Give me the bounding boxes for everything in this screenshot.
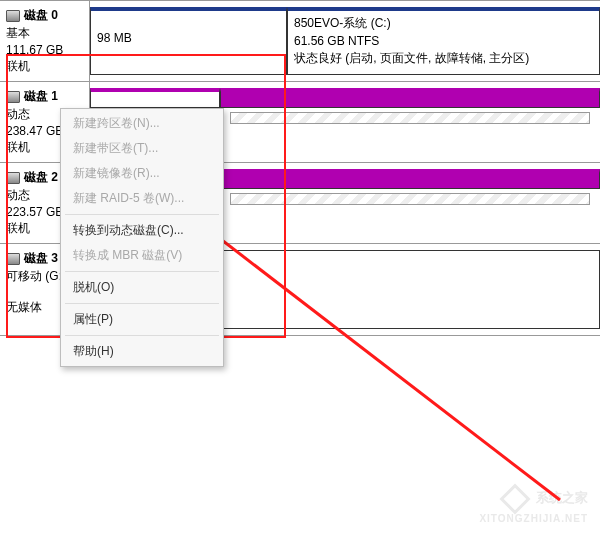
disk-icon xyxy=(6,91,20,103)
partition[interactable] xyxy=(90,88,220,108)
partition-label xyxy=(97,15,280,29)
disk-name: 磁盘 3 xyxy=(24,250,58,267)
disk-state: 联机 xyxy=(6,58,83,75)
disk-name: 磁盘 1 xyxy=(24,88,58,105)
menu-separator xyxy=(65,271,219,272)
disk-size: 111.67 GB xyxy=(6,43,83,57)
watermark-brand: 系统之家 xyxy=(536,490,588,505)
menu-separator xyxy=(65,303,219,304)
menu-properties[interactable]: 属性(P) xyxy=(63,307,221,332)
menu-separator xyxy=(65,214,219,215)
menu-help[interactable]: 帮助(H) xyxy=(63,339,221,364)
partition[interactable]: 98 MB xyxy=(90,7,287,75)
partition-status: 状态良好 (启动, 页面文件, 故障转储, 主分区) xyxy=(294,50,593,67)
partition-status xyxy=(97,47,280,61)
menu-new-stripe[interactable]: 新建带区卷(T)... xyxy=(63,136,221,161)
partition[interactable] xyxy=(220,88,600,108)
watermark: 系统之家 XITONGZHIJIA.NET xyxy=(479,488,588,525)
disk-icon xyxy=(6,172,20,184)
disk-name: 磁盘 2 xyxy=(24,169,58,186)
menu-convert-dynamic[interactable]: 转换到动态磁盘(C)... xyxy=(63,218,221,243)
partitions: 98 MB 850EVO-系统 (C:) 61.56 GB NTFS 状态良好 … xyxy=(90,1,600,81)
menu-new-raid5[interactable]: 新建 RAID-5 卷(W)... xyxy=(63,186,221,211)
context-menu: 新建跨区卷(N)... 新建带区卷(T)... 新建镜像卷(R)... 新建 R… xyxy=(60,108,224,367)
partition[interactable] xyxy=(220,169,600,189)
disk-row-0[interactable]: 磁盘 0 基本 111.67 GB 联机 98 MB 850EVO-系统 (C:… xyxy=(0,0,600,81)
logo-icon xyxy=(500,483,531,514)
menu-new-span[interactable]: 新建跨区卷(N)... xyxy=(63,111,221,136)
menu-new-mirror[interactable]: 新建镜像卷(R)... xyxy=(63,161,221,186)
disk-name: 磁盘 0 xyxy=(24,7,58,24)
watermark-url: XITONGZHIJIA.NET xyxy=(479,513,588,524)
stripe-area xyxy=(230,112,590,124)
menu-separator xyxy=(65,335,219,336)
partition-size: 98 MB xyxy=(97,31,280,45)
partition-size: 61.56 GB NTFS xyxy=(294,34,593,48)
stripe-area xyxy=(230,193,590,205)
partition-label: 850EVO-系统 (C:) xyxy=(294,15,593,32)
disk-icon xyxy=(6,10,20,22)
menu-offline[interactable]: 脱机(O) xyxy=(63,275,221,300)
disk-icon xyxy=(6,253,20,265)
disk-type: 基本 xyxy=(6,25,83,42)
menu-convert-mbr[interactable]: 转换成 MBR 磁盘(V) xyxy=(63,243,221,268)
partition[interactable]: 850EVO-系统 (C:) 61.56 GB NTFS 状态良好 (启动, 页… xyxy=(287,7,600,75)
disk-info: 磁盘 0 基本 111.67 GB 联机 xyxy=(0,1,90,81)
